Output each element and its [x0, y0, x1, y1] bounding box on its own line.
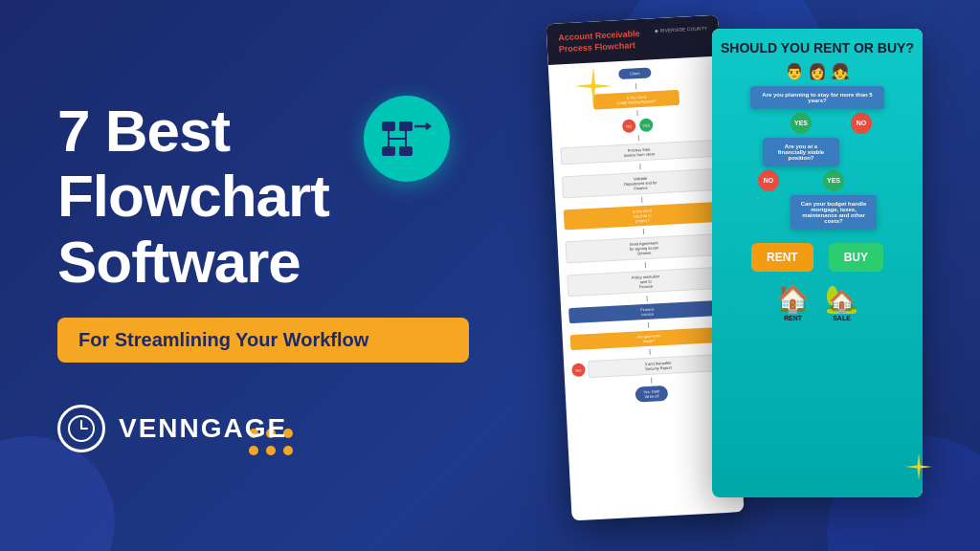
house-buy: 🏡 SALE	[825, 283, 858, 321]
process-diamond-2: Is the clientrequired toprepay?	[564, 202, 722, 231]
sparkle-icon-2	[905, 453, 932, 484]
process-no-badge: NO	[622, 120, 636, 134]
process-arrow	[646, 296, 647, 301]
flow-results: RENT BUY	[751, 243, 883, 272]
flow-branch-1: YES Are you at a financially stable posi…	[720, 113, 915, 166]
result-buy: BUY	[829, 243, 883, 272]
process-row-last: NO 3 and thereafterSecurity Report	[571, 354, 729, 380]
subtitle-text: For Streamlining Your Workflow	[78, 329, 368, 350]
svg-rect-4	[382, 146, 395, 156]
process-arrow	[644, 262, 645, 268]
process-arrow	[649, 349, 650, 355]
svg-rect-2	[382, 121, 395, 131]
svg-marker-1	[905, 453, 932, 480]
svg-rect-3	[399, 121, 412, 131]
process-box-2: Process SaleInvoice from client	[560, 140, 718, 165]
process-end-node: Yes. DebtWrite-off	[635, 386, 668, 403]
card-back-body: Client Is the clientCredit Worthy/Solven…	[548, 56, 739, 414]
process-box-last: 3 and thereafterSecurity Report	[588, 354, 729, 379]
process-box-4: Send Agreementfor signing as perScheme	[565, 233, 723, 264]
no-badge-2: NO	[758, 170, 779, 191]
house-rent: 🏠 RENT	[776, 283, 810, 321]
flowchart-icon-badge	[364, 96, 450, 182]
brand-name: VENNGAGE	[119, 413, 287, 444]
process-box-3: ValidateDepartment and forFinance	[562, 168, 720, 199]
process-node-client: Client	[618, 68, 652, 80]
flow-question-3: Can your budget handle mortgage, taxes, …	[791, 195, 877, 230]
flow-branch-2: NO YES Can your budget handle mortgage, …	[758, 170, 877, 230]
yes-badge-1: YES	[791, 113, 812, 134]
process-no-small: NO	[571, 364, 586, 378]
card-front-inner: SHOULD YOU RENT OR BUY? 👨 👩 👧 Are you pl…	[712, 29, 923, 497]
process-arrow	[641, 197, 642, 203]
process-box-5: Policy resolutionsent toFinance	[567, 267, 724, 298]
no-badge-1: NO	[851, 113, 872, 134]
process-arrow	[636, 111, 637, 117]
process-box-finance: FinanceInvoice	[568, 300, 726, 324]
svg-rect-5	[399, 146, 412, 156]
brand-area: VENNGAGE	[57, 405, 498, 452]
mini-flowchart: Are you planning to stay for more than 5…	[720, 86, 915, 321]
main-container: 7 Best Flowchart Software For Streamlini…	[0, 0, 980, 551]
yes-badge-2: YES	[823, 170, 844, 191]
process-arrow	[635, 84, 635, 90]
house-icons: 🏠 RENT 🏡 SALE	[776, 283, 858, 321]
subtitle-badge: For Streamlining Your Workflow	[57, 318, 469, 363]
process-yes-badge: YES	[639, 119, 654, 133]
svg-marker-0	[574, 67, 612, 105]
process-arrow	[648, 322, 649, 328]
process-arrow	[637, 136, 638, 142]
flow-question-2: Are you at a financially stable position…	[763, 138, 839, 166]
process-diamond-3: Are paymentsmade?	[570, 327, 728, 351]
flow-question-1: Are you planning to stay for more than 5…	[750, 86, 884, 109]
card-back-title: Account Receivable Process Flowchart	[558, 29, 641, 55]
process-arrow	[642, 229, 643, 234]
brand-logo-icon	[57, 405, 105, 452]
process-arrow	[639, 164, 640, 169]
people-icons: 👨 👩 👧	[785, 62, 850, 80]
card-back-logo: ◆ RIVERSIDE COUNTY	[655, 25, 707, 33]
card-front-flowchart: SHOULD YOU RENT OR BUY? 👨 👩 👧 Are you pl…	[712, 29, 923, 497]
process-arrow	[651, 378, 652, 384]
result-rent: RENT	[751, 243, 813, 272]
card-title: SHOULD YOU RENT OR BUY?	[721, 40, 914, 56]
sparkle-icon-1	[574, 67, 612, 109]
